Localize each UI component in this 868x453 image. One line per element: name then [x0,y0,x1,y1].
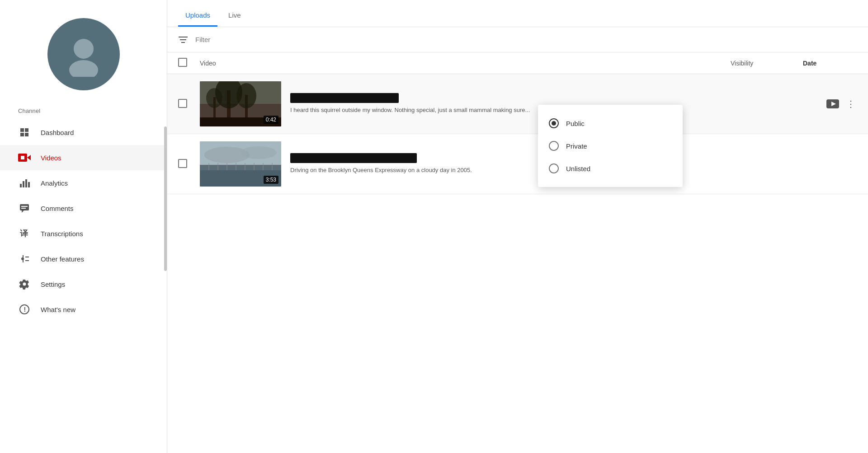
dashboard-label: Dashboard [41,129,74,136]
video-duration-2: 3:53 [264,176,278,184]
sidebar-item-transcriptions[interactable]: 译 Transcriptions [0,221,167,246]
svg-rect-3 [25,128,28,132]
svg-text:译: 译 [20,229,28,238]
analytics-label: Analytics [41,179,68,187]
video-description-1: I heard this squirrel outside my window.… [290,106,561,115]
svg-rect-2 [20,128,24,132]
sidebar-item-whats-new[interactable]: ! What's new [0,297,167,322]
transcriptions-label: Transcriptions [41,230,83,238]
svg-rect-13 [20,204,29,210]
header-visibility: Visibility [731,60,803,67]
sidebar-item-analytics[interactable]: Analytics [0,170,167,196]
visibility-unlisted-label: Unlisted [566,165,590,173]
svg-rect-16 [21,208,26,209]
svg-rect-19 [23,255,24,262]
table-row: 3:53 Driving on the Brooklyn Queens Expr… [167,134,868,194]
avatar [47,18,120,90]
select-all-checkbox[interactable] [178,58,187,67]
videos-icon [18,151,31,164]
main-content: Uploads Live Video Visibility Date [167,0,868,453]
svg-rect-11 [25,179,27,187]
video-list: 0:42 I heard this squirrel outside my wi… [167,74,868,453]
other-features-label: Other features [41,255,84,263]
table-header: Video Visibility Date [167,52,868,74]
row-select-checkbox-1[interactable] [178,99,187,108]
videos-label: Videos [41,154,61,162]
svg-point-41 [241,146,277,159]
filter-input[interactable] [195,36,857,43]
header-date: Date [803,60,857,67]
sidebar-item-videos[interactable]: Videos [0,145,167,170]
comments-icon [18,202,31,215]
transcriptions-icon: 译 [18,227,31,240]
svg-rect-21 [25,260,29,261]
sidebar-item-dashboard[interactable]: Dashboard [0,120,167,145]
table-row: 0:42 I heard this squirrel outside my wi… [167,74,868,134]
svg-point-0 [74,39,94,59]
youtube-icon-1[interactable] [826,99,839,108]
sidebar-item-comments[interactable]: Comments [0,196,167,221]
sidebar-nav: Dashboard Videos [0,120,167,322]
radio-public [549,118,559,128]
svg-rect-12 [28,182,30,187]
svg-rect-9 [20,184,22,187]
more-options-button-1[interactable]: ⋮ [844,97,857,111]
sidebar: Channel Dashboard [0,0,167,453]
header-checkbox-cell [178,58,200,68]
whats-new-icon: ! [18,303,31,316]
tab-live[interactable]: Live [221,11,248,27]
comments-label: Comments [41,205,74,212]
row-checkbox-2 [178,159,200,169]
svg-rect-5 [25,133,28,136]
radio-unlisted [549,163,559,173]
settings-icon [18,278,31,290]
filter-bar [167,27,868,52]
svg-rect-20 [25,257,29,257]
tabs-bar: Uploads Live [167,0,868,27]
other-features-icon [18,252,31,265]
row-select-checkbox-2[interactable] [178,159,187,168]
sidebar-item-other-features[interactable]: Other features [0,246,167,271]
analytics-icon [18,177,31,189]
tab-uploads[interactable]: Uploads [178,11,217,27]
visibility-private-label: Private [566,142,587,150]
svg-rect-10 [23,181,24,187]
video-thumbnail-1: 0:42 [200,81,281,126]
video-duration-1: 0:42 [264,116,278,124]
svg-text:!: ! [24,306,26,313]
radio-private [549,141,559,151]
visibility-dropdown: Public Private Unlisted [538,105,683,187]
svg-rect-8 [21,156,24,159]
svg-point-32 [236,83,256,108]
whats-new-label: What's new [41,306,75,313]
visibility-option-unlisted[interactable]: Unlisted [538,157,683,180]
visibility-option-public[interactable]: Public [538,112,683,135]
channel-label: Channel [0,104,167,120]
video-actions-1: ⋮ [826,97,857,111]
header-video: Video [200,60,731,67]
svg-point-34 [206,88,222,108]
sidebar-scrollbar[interactable] [164,126,167,271]
filter-icon [178,36,188,44]
svg-marker-14 [22,210,24,213]
visibility-option-private[interactable]: Private [538,135,683,157]
settings-label: Settings [41,280,65,288]
visibility-public-label: Public [566,120,585,127]
video-title-redacted-2 [290,153,417,163]
svg-rect-15 [21,206,28,207]
video-description-2: Driving on the Brooklyn Queens Expresswa… [290,166,561,175]
svg-rect-4 [20,133,24,136]
row-checkbox-1 [178,99,200,109]
dashboard-icon [18,126,31,139]
svg-point-1 [69,60,98,77]
sidebar-item-settings[interactable]: Settings [0,271,167,297]
video-title-redacted-1 [290,93,399,103]
svg-marker-7 [27,155,31,160]
video-thumbnail-2: 3:53 [200,141,281,187]
